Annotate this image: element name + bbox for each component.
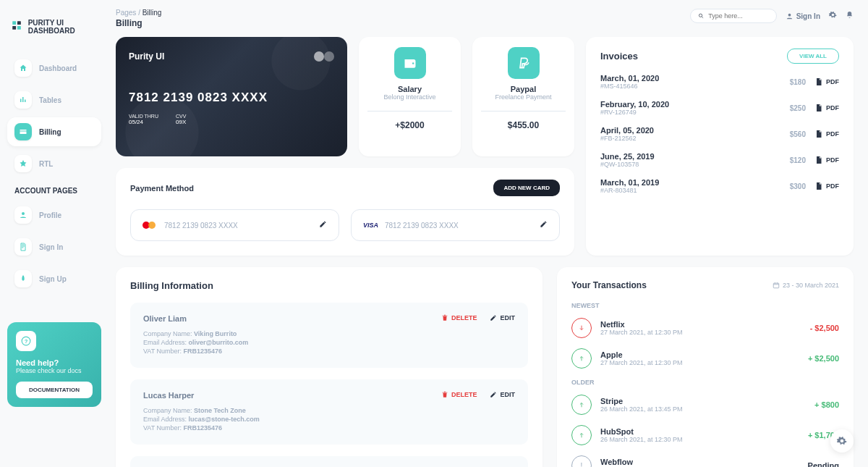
invoice-row: March, 01, 2020#MS-415646 $180 PDF: [600, 74, 839, 90]
transaction-time: 27 March 2021, at 12:30 PM: [600, 329, 683, 336]
pdf-button[interactable]: PDF: [814, 181, 839, 191]
gear-icon: [829, 11, 837, 19]
view-all-button[interactable]: VIEW ALL: [787, 49, 839, 64]
arrow-up-icon: [571, 395, 592, 415]
invoice-row: March, 01, 2019#AR-803481 $300 PDF: [600, 178, 839, 194]
stat-title: Paypal: [481, 85, 566, 93]
delete-button[interactable]: DELETE: [441, 391, 477, 398]
svg-rect-1: [17, 21, 21, 25]
invoice-date: February, 10, 2020: [600, 100, 669, 109]
documentation-button[interactable]: DOCUMENTATION: [16, 382, 93, 398]
svg-rect-3: [17, 26, 21, 30]
billing-name: Oliver Liam: [143, 314, 248, 323]
trash-icon: [441, 314, 448, 321]
svg-point-4: [22, 212, 25, 215]
invoice-row: June, 25, 2019#QW-103578 $120 PDF: [600, 152, 839, 168]
sidebar-item-label: Tables: [39, 96, 61, 104]
document-icon: [14, 238, 32, 256]
transaction-time: 26 March 2021, at 12:30 PM: [600, 436, 683, 443]
bell-icon: [846, 11, 854, 19]
invoice-row: April, 05, 2020#FB-212562 $560 PDF: [600, 126, 839, 142]
pdf-button[interactable]: PDF: [814, 155, 839, 165]
sidebar-item-signup[interactable]: Sign Up: [7, 264, 101, 293]
trans-title: Your Transactions: [571, 280, 647, 290]
user-icon: [786, 12, 793, 20]
invoice-row: February, 10, 2020#RV-126749 $250 PDF: [600, 100, 839, 116]
invoice-date: April, 05, 2020: [600, 126, 654, 135]
billing-name: Lucas Harper: [143, 391, 260, 400]
sidebar-item-dashboard[interactable]: Dashboard: [7, 54, 101, 83]
pending-icon: !: [571, 455, 592, 467]
document-icon: [814, 103, 823, 113]
sidebar-item-tables[interactable]: Tables: [7, 85, 101, 114]
transaction-name: HubSpot: [600, 427, 683, 436]
sidebar-item-rtl[interactable]: RTL: [7, 149, 101, 178]
logo-icon: [12, 20, 22, 33]
topbar: Pages / Billing Billing Sign In: [116, 9, 854, 28]
invoice-date: March, 01, 2020: [600, 74, 659, 83]
transactions-card: Your Transactions 23 - 30 March 2021 NEW…: [557, 267, 854, 467]
account-section-label: ACCOUNT PAGES: [7, 181, 101, 201]
stat-title: Salary: [367, 85, 452, 93]
brand[interactable]: PURITY UI DASHBOARD: [7, 14, 101, 39]
billing-item: Ethan James Company Name: Fiber Notion E…: [130, 456, 528, 467]
search-icon: [698, 12, 705, 20]
transaction-time: 26 March 2021, at 13:45 PM: [600, 405, 683, 413]
stat-sub: Belong Interactive: [367, 93, 452, 101]
sidebar-item-label: Profile: [39, 211, 61, 219]
signin-link[interactable]: Sign In: [786, 12, 820, 20]
salary-card: Salary Belong Interactive +$2000: [359, 37, 461, 156]
edit-button[interactable]: EDIT: [490, 314, 515, 321]
sidebar-item-signin[interactable]: Sign In: [7, 232, 101, 261]
visa-icon: VISA: [363, 220, 378, 230]
delete-button[interactable]: DELETE: [441, 314, 477, 321]
invoice-date: June, 25, 2019: [600, 152, 655, 161]
sidebar-item-label: Sign Up: [39, 275, 67, 283]
edit-card-button[interactable]: [319, 220, 327, 230]
paypal-icon: [508, 47, 540, 79]
transaction-name: Webflow: [600, 458, 683, 466]
search-input[interactable]: [708, 12, 768, 20]
stat-sub: Freelance Payment: [481, 93, 566, 101]
invoice-amount: $180: [790, 78, 806, 86]
transaction-name: Stripe: [600, 397, 683, 405]
document-icon: [814, 77, 823, 87]
card-number: 7812 2139 0823 XXXX: [129, 91, 334, 105]
pdf-button[interactable]: PDF: [814, 103, 839, 113]
billing-item: Lucas Harper Company Name: Stone Tech Zo…: [130, 379, 528, 445]
billing-card: Billing Information Oliver Liam Company …: [116, 267, 542, 467]
gear-icon: [837, 436, 847, 446]
sidebar-item-billing[interactable]: Billing: [7, 117, 101, 146]
edit-card-button[interactable]: [540, 220, 548, 230]
card-number: 7812 2139 0823 XXXX: [164, 222, 312, 230]
svg-rect-0: [12, 21, 16, 25]
group-newest: NEWEST: [571, 302, 839, 309]
sidebar-item-label: Billing: [39, 128, 61, 136]
breadcrumb-root[interactable]: Pages: [116, 9, 136, 17]
help-card: ? Need help? Please check our docs DOCUM…: [7, 322, 101, 407]
sidebar-item-profile[interactable]: Profile: [7, 201, 101, 230]
document-icon: [814, 155, 823, 165]
pencil-icon: [540, 220, 548, 228]
notifications-button[interactable]: [846, 11, 854, 21]
svg-point-7: [699, 14, 702, 17]
main: Pages / Billing Billing Sign In: [109, 0, 868, 467]
transaction-name: Netflix: [600, 320, 683, 329]
add-card-button[interactable]: ADD NEW CARD: [493, 180, 560, 196]
question-icon: ?: [16, 331, 36, 351]
card-number: 7812 2139 0823 XXXX: [385, 222, 532, 230]
transaction-row: Netflix27 March 2021, at 12:30 PM - $2,5…: [571, 318, 839, 338]
svg-text:?: ?: [25, 338, 28, 345]
search-box[interactable]: [690, 9, 777, 23]
settings-button[interactable]: [829, 11, 837, 21]
sidebar-item-label: Sign In: [39, 243, 63, 251]
invoices-card: Invoices VIEW ALL March, 01, 2020#MS-415…: [586, 37, 854, 256]
help-title: Need help?: [16, 358, 93, 367]
settings-fab[interactable]: [830, 429, 854, 453]
edit-button[interactable]: EDIT: [490, 391, 515, 398]
invoice-code: #FB-212562: [600, 135, 654, 142]
pdf-button[interactable]: PDF: [814, 129, 839, 139]
sidebar-item-label: Dashboard: [39, 64, 77, 72]
breadcrumb: Pages / Billing: [116, 9, 161, 17]
pdf-button[interactable]: PDF: [814, 77, 839, 87]
